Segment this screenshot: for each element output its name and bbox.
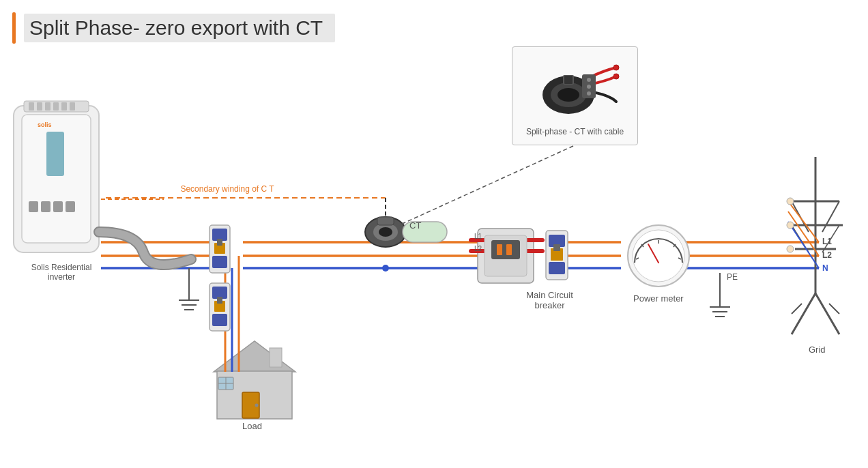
svg-rect-122 (270, 348, 282, 367)
svg-rect-81 (506, 244, 512, 255)
load-label: Load (242, 421, 262, 431)
svg-rect-64 (217, 239, 222, 246)
svg-point-72 (379, 227, 392, 237)
svg-point-90 (633, 230, 684, 282)
main-circuit-breaker-label: Main Circuitbreaker (521, 290, 579, 310)
svg-text:L2: L2 (822, 250, 832, 260)
svg-rect-86 (549, 262, 565, 274)
svg-rect-88 (553, 244, 560, 251)
svg-point-36 (382, 265, 389, 272)
svg-rect-79 (491, 240, 520, 259)
svg-rect-67 (212, 314, 227, 326)
svg-line-109 (788, 201, 819, 242)
svg-line-103 (792, 304, 802, 314)
svg-line-102 (815, 293, 839, 334)
svg-rect-50 (53, 102, 59, 111)
ct-secondary-label: Secondary winding of C T (179, 184, 275, 194)
svg-text:N: N (822, 263, 828, 273)
svg-rect-58 (53, 201, 63, 212)
svg-line-104 (829, 304, 839, 314)
inverter-label: Solis Residential inverter (17, 263, 106, 282)
svg-text:PE: PE (727, 272, 738, 282)
svg-rect-47 (29, 102, 34, 111)
svg-rect-59 (66, 201, 75, 212)
svg-text:solis: solis (38, 121, 52, 128)
svg-rect-51 (61, 102, 67, 111)
svg-line-106 (822, 201, 839, 232)
svg-text:L1: L1 (822, 237, 832, 246)
svg-rect-52 (70, 102, 75, 111)
diagram-svg: solis (0, 0, 868, 468)
svg-point-114 (787, 246, 794, 252)
svg-rect-57 (41, 201, 50, 212)
svg-line-101 (792, 293, 815, 334)
svg-rect-80 (497, 244, 502, 255)
grid-label: Grid (809, 345, 826, 355)
page-container: Split Phase- zero export with CT (0, 0, 868, 468)
ct-label: CT (409, 220, 421, 231)
svg-rect-69 (217, 297, 222, 304)
svg-line-111 (788, 222, 819, 268)
svg-rect-49 (45, 102, 50, 111)
svg-point-113 (787, 222, 794, 229)
svg-line-130 (399, 146, 573, 225)
svg-rect-55 (46, 132, 64, 176)
svg-rect-73 (377, 217, 394, 225)
svg-rect-62 (212, 256, 227, 268)
svg-text:L1: L1 (474, 233, 482, 240)
svg-point-118 (255, 404, 259, 407)
svg-rect-56 (29, 201, 38, 212)
svg-rect-48 (37, 102, 42, 111)
svg-text:L2: L2 (474, 245, 482, 252)
power-meter-label: Power meter (633, 293, 684, 304)
svg-point-112 (787, 198, 794, 205)
